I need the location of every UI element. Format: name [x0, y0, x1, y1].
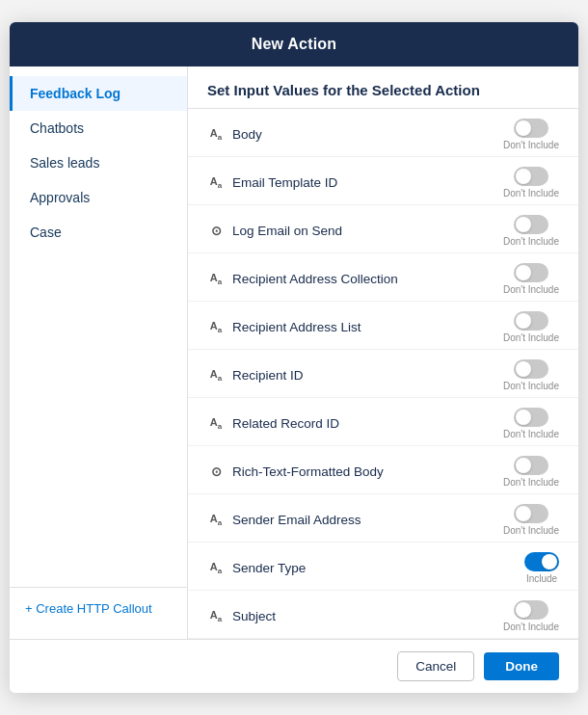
text-type-icon: Aa [207, 513, 225, 527]
text-type-icon: Aa [207, 368, 225, 383]
field-right-subject: Don't Include [503, 600, 559, 632]
toggle-track-rich-text-body[interactable] [514, 456, 548, 475]
toggle-track-sender-type[interactable] [524, 552, 559, 571]
toggle-track-email-template-id[interactable] [514, 167, 548, 186]
toggle-label-body: Don't Include [503, 140, 559, 150]
field-row-email-template-id: AaEmail Template IDDon't Include [188, 157, 578, 205]
toggle-thumb-recipient-address-list [516, 313, 531, 329]
toggle-track-sender-email-address[interactable] [514, 504, 548, 523]
sidebar-footer: + Create HTTP Callout [10, 587, 187, 629]
field-row-sender-type: AaSender TypeInclude [188, 543, 578, 591]
toggle-track-recipient-address-collection[interactable] [514, 263, 548, 282]
toggle-thumb-sender-email-address [516, 506, 531, 521]
toggle-label-recipient-address-collection: Don't Include [503, 284, 559, 295]
toggle-thumb-recipient-address-collection [516, 265, 531, 280]
field-label-rich-text-body: Rich-Text-Formatted Body [232, 464, 384, 479]
fields-list: AaBodyDon't IncludeAaEmail Template IDDo… [188, 109, 578, 639]
field-right-sender-type: Include [524, 552, 559, 584]
modal: New Action Feedback LogChatbotsSales lea… [10, 22, 578, 693]
text-type-icon: Aa [207, 272, 225, 286]
toggle-wrapper-rich-text-body[interactable]: Don't Include [503, 456, 559, 488]
field-left-sender-email-address: AaSender Email Address [207, 513, 361, 527]
toggle-track-recipient-address-list[interactable] [514, 311, 548, 331]
field-row-rich-text-body: ⊙Rich-Text-Formatted BodyDon't Include [188, 446, 578, 494]
toggle-label-rich-text-body: Don't Include [503, 477, 559, 488]
text-type-icon: Aa [207, 320, 225, 334]
toggle-wrapper-recipient-id[interactable]: Don't Include [503, 359, 559, 391]
field-left-sender-type: AaSender Type [207, 561, 306, 575]
sidebar-item-chatbots[interactable]: Chatbots [10, 111, 187, 146]
toggle-wrapper-subject[interactable]: Don't Include [503, 600, 559, 632]
toggle-thumb-email-template-id [516, 169, 531, 184]
toggle-thumb-recipient-id [516, 361, 531, 377]
toggle-label-email-template-id: Don't Include [503, 188, 559, 199]
field-row-log-email-on-send: ⊙Log Email on SendDon't Include [188, 205, 578, 253]
modal-body: Feedback LogChatbotsSales leadsApprovals… [10, 66, 578, 639]
toggle-wrapper-log-email-on-send[interactable]: Don't Include [503, 215, 559, 247]
section-title: Set Input Values for the Selected Action [188, 66, 578, 109]
toggle-thumb-subject [516, 602, 531, 618]
sidebar-items: Feedback LogChatbotsSales leadsApprovals… [10, 76, 187, 250]
sidebar-item-sales-leads[interactable]: Sales leads [10, 146, 187, 180]
field-left-log-email-on-send: ⊙Log Email on Send [207, 224, 342, 238]
field-right-email-template-id: Don't Include [503, 167, 559, 199]
toggle-label-log-email-on-send: Don't Include [503, 236, 559, 247]
toggle-label-recipient-address-list: Don't Include [503, 332, 559, 343]
toggle-wrapper-recipient-address-collection[interactable]: Don't Include [503, 263, 559, 295]
toggle-thumb-body [516, 120, 531, 136]
toggle-wrapper-recipient-address-list[interactable]: Don't Include [503, 311, 559, 343]
field-label-email-template-id: Email Template ID [232, 175, 337, 190]
toggle-track-log-email-on-send[interactable] [514, 215, 548, 234]
toggle-wrapper-email-template-id[interactable]: Don't Include [503, 167, 559, 199]
create-http-callout-button[interactable]: + Create HTTP Callout [25, 601, 152, 616]
text-type-icon: Aa [207, 609, 225, 623]
toggle-label-sender-email-address: Don't Include [503, 525, 559, 536]
toggle-thumb-sender-type [542, 554, 557, 569]
field-label-log-email-on-send: Log Email on Send [232, 224, 342, 238]
field-label-related-record-id: Related Record ID [232, 416, 339, 431]
sidebar-item-approvals[interactable]: Approvals [10, 180, 187, 215]
toggle-wrapper-sender-email-address[interactable]: Don't Include [503, 504, 559, 536]
field-right-log-email-on-send: Don't Include [503, 215, 559, 247]
field-left-body: AaBody [207, 127, 262, 142]
field-right-sender-email-address: Don't Include [503, 504, 559, 536]
text-type-icon: Aa [207, 561, 225, 575]
toggle-wrapper-related-record-id[interactable]: Don't Include [503, 408, 559, 439]
sidebar-item-feedback-log[interactable]: Feedback Log [10, 76, 187, 111]
toggle-thumb-related-record-id [516, 410, 531, 425]
field-left-email-template-id: AaEmail Template ID [207, 175, 337, 190]
field-left-subject: AaSubject [207, 609, 276, 623]
toggle-wrapper-body[interactable]: Don't Include [503, 119, 559, 150]
field-right-body: Don't Include [503, 119, 559, 150]
text-type-icon: Aa [207, 416, 225, 431]
done-button[interactable]: Done [484, 652, 559, 680]
toggle-label-subject: Don't Include [503, 622, 559, 632]
toggle-label-sender-type: Include [526, 573, 557, 584]
sidebar-item-case[interactable]: Case [10, 215, 187, 250]
modal-footer: Cancel Done [10, 639, 578, 693]
special-type-icon: ⊙ [207, 464, 225, 479]
field-right-recipient-id: Don't Include [503, 359, 559, 391]
field-label-subject: Subject [232, 609, 276, 623]
field-left-recipient-address-list: AaRecipient Address List [207, 320, 361, 334]
toggle-label-recipient-id: Don't Include [503, 381, 559, 391]
special-type-icon: ⊙ [207, 224, 225, 238]
main-content: Set Input Values for the Selected Action… [188, 66, 578, 639]
field-row-recipient-address-list: AaRecipient Address ListDon't Include [188, 302, 578, 350]
toggle-track-subject[interactable] [514, 600, 548, 620]
toggle-wrapper-sender-type[interactable]: Include [524, 552, 559, 584]
field-row-sender-email-address: AaSender Email AddressDon't Include [188, 494, 578, 543]
field-label-sender-email-address: Sender Email Address [232, 513, 361, 527]
field-row-related-record-id: AaRelated Record IDDon't Include [188, 398, 578, 446]
field-left-recipient-id: AaRecipient ID [207, 368, 304, 383]
field-label-recipient-id: Recipient ID [232, 368, 304, 383]
toggle-label-related-record-id: Don't Include [503, 429, 559, 439]
toggle-track-body[interactable] [514, 119, 548, 138]
field-row-recipient-id: AaRecipient IDDon't Include [188, 350, 578, 398]
toggle-track-recipient-id[interactable] [514, 359, 548, 379]
field-right-related-record-id: Don't Include [503, 408, 559, 439]
text-type-icon: Aa [207, 175, 225, 190]
field-right-recipient-address-collection: Don't Include [503, 263, 559, 295]
toggle-track-related-record-id[interactable] [514, 408, 548, 427]
cancel-button[interactable]: Cancel [397, 651, 474, 681]
